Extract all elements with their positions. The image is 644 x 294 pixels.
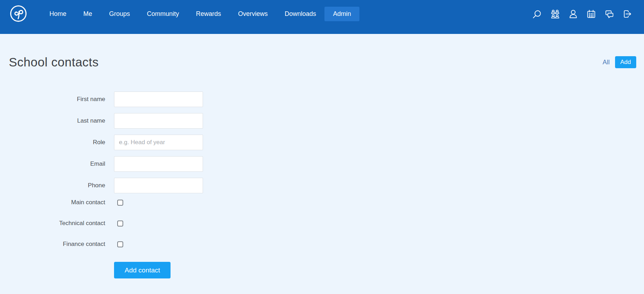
finance-contact-label: Finance contact (0, 241, 105, 247)
checkbox-row: Technical contact (0, 220, 644, 227)
form-row: Role (0, 135, 644, 150)
technical-contact-checkbox[interactable] (117, 220, 123, 227)
header-actions: All Add (603, 56, 636, 68)
email-label: Email (0, 156, 105, 172)
form-row: First name (0, 92, 644, 107)
nav-item-rewards[interactable]: Rewards (187, 7, 229, 21)
epraise-logo-icon[interactable] (9, 5, 28, 23)
school-contact-form: First name Last name Role Email Phone Ma… (0, 92, 644, 278)
form-row: Last name (0, 113, 644, 129)
nav-item-groups[interactable]: Groups (101, 7, 138, 21)
nav-item-downloads[interactable]: Downloads (276, 7, 324, 21)
first-name-field[interactable] (114, 92, 203, 107)
role-label: Role (0, 135, 105, 150)
nav-item-home[interactable]: Home (41, 7, 75, 21)
nav-item-overviews[interactable]: Overviews (229, 7, 276, 21)
nav-item-community[interactable]: Community (138, 7, 187, 21)
page-header: School contacts All Add (0, 56, 644, 69)
email-field[interactable] (114, 156, 203, 172)
search-icon[interactable] (532, 9, 542, 19)
role-field[interactable] (114, 135, 203, 150)
first-name-label: First name (0, 92, 105, 107)
last-name-field[interactable] (114, 113, 203, 129)
submit-row: Add contact (114, 262, 644, 278)
add-button[interactable]: Add (615, 56, 636, 68)
main-contact-label: Main contact (0, 199, 105, 206)
nav-item-me[interactable]: Me (75, 7, 101, 21)
nav-item-admin[interactable]: Admin (324, 7, 359, 21)
profile-icon[interactable] (568, 9, 578, 19)
finance-contact-checkbox[interactable] (117, 241, 123, 247)
technical-contact-label: Technical contact (0, 220, 105, 227)
all-link[interactable]: All (603, 59, 610, 66)
checkbox-row: Main contact (0, 199, 644, 206)
community-icon[interactable] (550, 9, 560, 19)
logout-icon[interactable] (622, 9, 632, 19)
page-title: School contacts (9, 56, 99, 69)
phone-label: Phone (0, 178, 105, 193)
top-navbar: Home Me Groups Community Rewards Overvie… (0, 0, 644, 34)
checkbox-row: Finance contact (0, 241, 644, 247)
timetable-icon[interactable] (586, 9, 596, 19)
last-name-label: Last name (0, 113, 105, 129)
messages-icon[interactable] (604, 9, 614, 19)
add-contact-button[interactable]: Add contact (114, 262, 171, 278)
main-contact-checkbox[interactable] (117, 200, 123, 206)
main-nav: Home Me Groups Community Rewards Overvie… (41, 7, 359, 21)
form-row: Phone (0, 178, 644, 193)
navbar-icon-group (532, 9, 632, 19)
form-row: Email (0, 156, 644, 172)
phone-field[interactable] (114, 178, 203, 193)
